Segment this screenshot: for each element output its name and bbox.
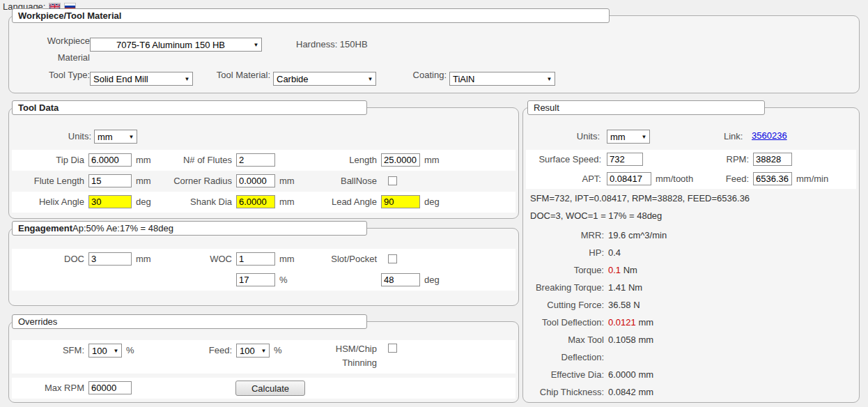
units-value: mm [95,132,126,142]
result-stats: MRR: 19.6 cm^3/min HP: 0.4 Torque: 0.1 N… [526,226,852,401]
overrides-row-2: Max RPM Calculate [12,378,516,399]
stat-label: Breaking Torque: [526,279,604,296]
stat-row-max-tool-deflection: Max Tool Deflection: 0.1058 mm [526,331,852,366]
tool-material-value: Carbide [274,74,365,84]
engagement-row-1: DOC mm WOC mm Slot/Pocket [12,249,516,270]
engagement-legend-title: Engagement [18,223,72,233]
doc-input[interactable] [88,252,132,266]
stat-row-chip-thickness: Chip Thickness: 0.0842 mm [526,383,852,401]
workpiece-material-value: 7075-T6 Aluminum 150 HB [91,40,251,50]
feed-override-select[interactable]: 100 ▼ [236,344,270,358]
stat-row-effective-dia: Effective Dia: 6.0000 mm [526,366,852,383]
slot-pocket-label: Slot/Pocket [290,249,377,270]
length-label: Length [290,150,377,171]
hardness-text: Hardness: 150HB [296,34,368,55]
stat-label: Max Tool Deflection: [526,331,604,366]
tool-data-row-2: Flute Length mm Corner Radius mm BallNos… [12,171,516,192]
woc-percent-unit: % [279,270,288,291]
woc-label: WOC [148,249,232,270]
corner-radius-label: Corner Radius [148,171,232,192]
surface-speed-label: Surface Speed: [526,150,601,169]
coating-select[interactable]: TiAlN ▼ [449,72,555,86]
stat-value: 0.1058 mm [608,331,653,348]
result-summary-line-2: DOC=3, WOC=1 = 17% = 48deg [530,210,662,221]
chevron-down-icon: ▼ [639,134,649,140]
tool-type-select[interactable]: Solid End Mill ▼ [90,72,193,86]
surface-speed-input[interactable] [607,153,643,166]
apt-input[interactable] [607,172,651,185]
tool-data-row-1: Tip Dia mm N# of Flutes Length mm [12,150,516,171]
sfm-override-select[interactable]: 100 ▼ [88,344,122,358]
stat-label: Tool Deflection: [526,314,604,331]
ballnose-checkbox[interactable] [388,176,397,185]
stat-label: Torque: [526,261,604,279]
doc-label: DOC [12,249,84,270]
flutes-label: N# of Flutes [148,150,232,171]
tool-type-label: Tool Type: [23,65,90,86]
engagement-legend-detail: Ap:50% Ae:17% = 48deg [72,223,173,233]
stat-value: 0.0121 mm [608,314,653,331]
max-rpm-label: Max RPM [12,378,84,399]
chevron-down-icon: ▼ [544,76,555,82]
tool-material-label: Tool Material: [204,65,270,86]
stat-row-mrr: MRR: 19.6 cm^3/min [526,226,852,244]
length-unit: mm [424,150,440,171]
tip-dia-input[interactable] [88,153,132,167]
max-rpm-input[interactable] [88,381,132,394]
overrides-legend: Overrides [12,314,367,329]
result-legend: Result [527,100,765,115]
shank-dia-label: Shank Dia [148,192,232,213]
stat-value: 1.41 Nm [608,279,642,296]
coating-label: Coating: [385,65,447,86]
apt-unit: mm/tooth [656,169,693,189]
stat-value: 19.6 cm^3/min [608,226,667,244]
chevron-down-icon: ▼ [182,76,192,82]
stat-value: 36.58 N [608,296,640,314]
stat-label: Effective Dia: [526,366,604,383]
tool-type-value: Solid End Mill [91,74,182,84]
workpiece-tool-material-legend: Workpiece/Tool Material [12,8,610,23]
tool-data-panel: Tool Data Units: mm ▼ Tip Dia mm N# of F… [8,107,519,219]
hsm-chip-thinning-checkbox[interactable] [388,344,397,353]
units-label: Units: [23,126,91,147]
engage-angle-input[interactable] [381,273,420,286]
woc-percent-input[interactable] [236,273,275,286]
tip-dia-label: Tip Dia [12,150,84,171]
result-link[interactable]: 3560236 [752,130,787,141]
stat-label: Cutting Force: [526,296,604,314]
result-link-label: Link: [724,126,743,147]
result-rpm-label: RPM: [693,150,749,169]
tool-material-select[interactable]: Carbide ▼ [273,72,376,86]
units-select[interactable]: mm ▼ [94,130,137,144]
apt-label: APT: [526,169,601,189]
ballnose-label: BallNose [290,171,377,192]
length-input[interactable] [381,153,420,167]
corner-radius-input[interactable] [236,174,275,187]
flute-length-input[interactable] [88,174,132,187]
flute-length-label: Flute Length [12,171,84,192]
sfm-override-label: SFM: [12,340,84,361]
result-panel: Result Units: mm ▼ Link: 3560236 Surface… [522,107,860,403]
chevron-down-icon: ▼ [258,348,269,354]
stat-value: 0.4 [608,244,621,261]
workpiece-material-select[interactable]: 7075-T6 Aluminum 150 HB ▼ [90,38,262,52]
sfm-override-value: 100 [89,346,111,356]
stat-value: 6.0000 mm [608,366,653,383]
shank-dia-input[interactable] [236,195,275,208]
stat-row-torque: Torque: 0.1 Nm [526,261,852,279]
slot-pocket-checkbox[interactable] [388,254,397,263]
sfm-override-unit: % [126,340,134,361]
result-row-2: APT: mm/tooth Feed: mm/min [526,169,856,189]
result-row-1: Surface Speed: RPM: [526,150,856,169]
result-rpm-input[interactable] [753,153,792,166]
lead-angle-input[interactable] [381,195,420,208]
helix-angle-input[interactable] [88,195,132,208]
flutes-input[interactable] [236,153,275,167]
workpiece-tool-material-panel: Workpiece/Tool Material Workpiece Materi… [8,15,860,93]
result-units-select[interactable]: mm ▼ [607,130,650,144]
calculate-button[interactable]: Calculate [235,381,305,396]
stat-value: 0.0842 mm [608,383,653,401]
woc-input[interactable] [236,252,275,266]
result-feed-input[interactable] [753,172,792,185]
chevron-down-icon: ▼ [251,42,261,48]
